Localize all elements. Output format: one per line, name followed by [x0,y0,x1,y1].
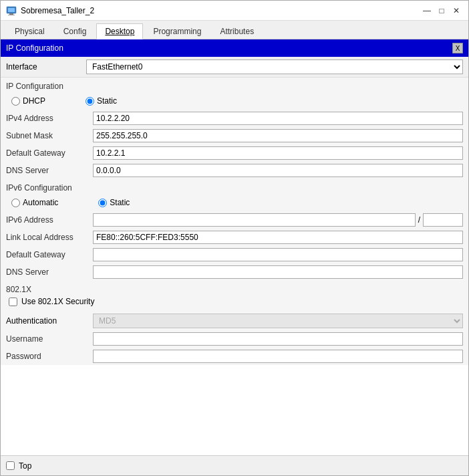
auth-select[interactable]: MD5 [93,314,463,328]
8021x-section: 802.1X Use 802.1X Security [1,281,468,312]
top-label: Top [19,461,31,471]
password-label: Password [6,352,93,361]
use-8021x-checkbox[interactable] [9,298,17,306]
default-gateway-input[interactable] [93,146,463,160]
dns-server-row: DNS Server [1,162,468,179]
ipv6-dns-label: DNS Server [6,267,93,277]
subnet-mask-row: Subnet Mask [1,127,468,144]
ipv6-address-label: IPv6 Address [6,215,93,225]
ipv6-slash: / [418,215,420,225]
tab-attributes[interactable]: Attributes [211,23,263,39]
ipv6-address-container: / [93,213,463,227]
password-input[interactable] [93,350,463,363]
ip-config-header: IP Configuration X [1,39,468,57]
ipv6-address-row: IPv6 Address / [1,211,468,229]
link-local-row: Link Local Address [1,229,468,246]
ipv4-radio-row: DHCP Static [11,95,463,107]
window-title: Sobremesa_Taller_2 [21,6,94,15]
username-label: Username [6,334,93,344]
use-8021x-label: Use 802.1X Security [21,297,94,306]
top-checkbox[interactable] [6,461,15,470]
use-8021x-row: Use 802.1X Security [9,297,463,306]
static-radio-group: Static [86,96,117,106]
interface-label: Interface [6,62,86,72]
ipv6-dns-row: DNS Server [1,263,468,281]
auth-label: Authentication [6,316,93,326]
default-gateway-label: Default Gateway [6,148,93,158]
ipv6-automatic-label: Automatic [23,198,58,207]
username-input[interactable] [93,332,463,346]
ip-config-title: IP Configuration [6,43,63,53]
ipv6-gateway-label: Default Gateway [6,250,93,259]
ipv6-static-radio[interactable] [98,199,107,207]
default-gateway-row: Default Gateway [1,144,468,162]
computer-icon [6,5,17,16]
ipv6-gateway-input[interactable] [93,248,463,261]
svg-rect-2 [9,13,13,15]
dns-server-label: DNS Server [6,166,93,175]
username-row: Username [1,330,468,348]
tab-physical[interactable]: Physical [6,23,53,39]
ipv6-static-radio-group: Static [98,198,130,207]
ipv6-automatic-radio[interactable] [11,199,20,207]
ip-config-close-button[interactable]: X [452,43,463,53]
authentication-row: Authentication MD5 [1,312,468,330]
close-button[interactable]: ✕ [450,4,463,17]
main-content: IP Configuration X Interface FastEtherne… [1,39,468,455]
ipv4-address-label: IPv4 Address [6,114,93,123]
ipv6-static-label: Static [110,198,130,207]
link-local-label: Link Local Address [6,233,93,242]
ipv6-section-title: IPv6 Configuration [6,183,463,193]
ipv4-section: IP Configuration DHCP Static [1,78,468,110]
ipv4-address-row: IPv4 Address [1,110,468,127]
tab-bar: Physical Config Desktop Programming Attr… [1,21,468,39]
ipv6-dns-input[interactable] [93,265,463,279]
title-bar-controls: — □ ✕ [420,4,463,17]
interface-select[interactable]: FastEthernet0 [86,60,463,74]
svg-rect-3 [8,15,15,15]
main-window: Sobremesa_Taller_2 — □ ✕ Physical Config… [0,0,469,476]
password-row: Password [1,348,468,365]
ipv6-radio-row: Automatic Static [11,197,463,209]
ipv6-address-input[interactable] [93,213,416,227]
ipv4-section-title: IP Configuration [6,82,463,91]
tab-config[interactable]: Config [55,23,96,39]
title-bar: Sobremesa_Taller_2 — □ ✕ [1,1,468,21]
tab-desktop[interactable]: Desktop [96,23,143,39]
ipv6-gateway-row: Default Gateway [1,246,468,263]
dhcp-label: DHCP [23,96,45,106]
8021x-title: 802.1X [6,285,463,294]
maximize-button[interactable]: □ [435,4,448,17]
dhcp-radio[interactable] [11,97,20,106]
static-label: Static [97,96,117,106]
svg-rect-1 [8,8,15,12]
minimize-button[interactable]: — [420,4,434,17]
interface-row: Interface FastEthernet0 [1,57,468,78]
subnet-mask-label: Subnet Mask [6,131,93,140]
link-local-input[interactable] [93,231,463,244]
title-bar-left: Sobremesa_Taller_2 [6,5,94,16]
ipv6-prefix-input[interactable] [423,213,463,227]
subnet-mask-input[interactable] [93,129,463,142]
dns-server-input[interactable] [93,164,463,177]
ipv4-address-input[interactable] [93,112,463,125]
tab-programming[interactable]: Programming [144,23,210,39]
bottom-bar: Top [1,455,468,475]
static-radio[interactable] [86,97,94,106]
ipv6-automatic-radio-group: Automatic [11,198,58,207]
dhcp-radio-group: DHCP [11,96,45,106]
ipv6-section: IPv6 Configuration Automatic Static [1,179,468,211]
